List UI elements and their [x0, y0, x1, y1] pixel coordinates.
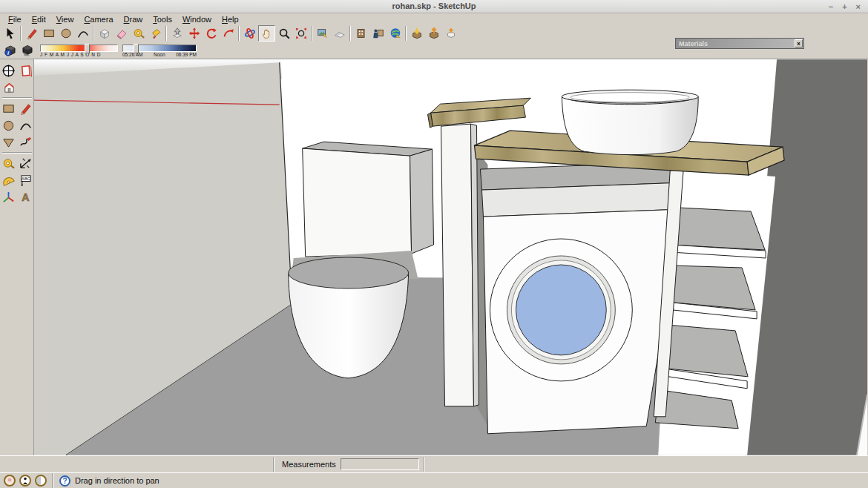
rail-button-arc[interactable] [18, 117, 33, 133]
rectangle-icon [42, 27, 56, 40]
time-slider-thumb[interactable] [134, 44, 139, 53]
zoom-tool-button[interactable] [275, 25, 292, 42]
model-viewport[interactable] [34, 59, 867, 455]
rotate-tool-button[interactable] [203, 25, 220, 42]
get-current-view-button[interactable] [314, 25, 331, 42]
toilet-tank-box[interactable] [303, 142, 434, 257]
left-tool-rail: ABC A [0, 59, 34, 455]
google-earth-button[interactable] [387, 25, 404, 42]
pencil-icon [19, 102, 33, 116]
share-component-button[interactable] [442, 25, 459, 42]
rotate-icon [205, 27, 218, 40]
measurebar-separator [273, 457, 274, 472]
shadow-settings-icon: i [3, 43, 18, 58]
menu-window[interactable]: Window [177, 15, 217, 24]
rail-button-dimension[interactable] [18, 155, 33, 171]
menu-bar: File Edit View Camera Draw Tools Window … [0, 13, 868, 24]
materials-panel-title: Materials [676, 40, 795, 47]
materials-close-button[interactable]: x [795, 39, 803, 47]
partition-column[interactable] [441, 124, 479, 406]
offset-tool-button[interactable] [220, 25, 237, 42]
month-slider-thumb[interactable] [85, 44, 90, 53]
pan-hand-icon [260, 27, 274, 40]
menu-help[interactable]: Help [217, 15, 244, 24]
share-models-button[interactable] [425, 25, 442, 42]
measurebar-separator [424, 457, 425, 472]
arc-tool-button[interactable] [74, 25, 91, 42]
zoom-extents-button[interactable] [292, 25, 309, 42]
menu-draw[interactable]: Draw [119, 15, 148, 24]
rail-separator [2, 152, 32, 154]
circle-tool-button[interactable] [57, 25, 74, 42]
pan-tool-button[interactable] [258, 25, 275, 42]
push-pull-icon [171, 27, 184, 40]
circle-icon [59, 27, 73, 40]
credit-status-icon[interactable] [19, 475, 31, 487]
geo-pin-icon [5, 476, 14, 485]
measurements-input[interactable] [341, 458, 419, 470]
menu-file[interactable]: File [3, 15, 27, 24]
rail-button-tape-measure[interactable] [1, 155, 16, 171]
building-icon [355, 27, 368, 40]
person-icon [21, 476, 30, 485]
toolbar-separator [93, 26, 94, 41]
orbit-icon [243, 27, 257, 40]
rail-button-freehand[interactable] [18, 134, 33, 151]
make-component-button[interactable] [96, 25, 113, 42]
rail-button-plane-view[interactable] [18, 62, 33, 79]
freehand-icon [19, 136, 33, 150]
model-status-icon[interactable] [35, 475, 47, 487]
orbit-tool-button[interactable] [241, 25, 258, 42]
month-slider-track[interactable] [40, 44, 118, 52]
move-tool-button[interactable] [185, 25, 203, 42]
rail-button-protractor[interactable] [1, 172, 16, 188]
photo-textures-button[interactable] [352, 25, 369, 42]
rail-button-axes[interactable] [1, 189, 16, 205]
push-pull-tool-button[interactable] [168, 25, 185, 42]
tape-measure-icon [1, 156, 16, 171]
rail-button-rectangle[interactable] [1, 100, 16, 116]
rail-button-compass[interactable] [1, 62, 16, 79]
shadow-toggle-button[interactable] [19, 42, 36, 59]
title-bar[interactable]: rohan.skp - SketchUp − + × [0, 0, 868, 13]
menu-view[interactable]: View [51, 15, 79, 24]
tape-measure-tool-button[interactable] [130, 25, 147, 42]
geolocation-status-icon[interactable] [4, 475, 16, 487]
menu-edit[interactable]: Edit [27, 15, 51, 24]
measurements-label: Measurements [282, 460, 336, 469]
rail-button-3d-text[interactable]: A [18, 189, 33, 205]
select-tool-button[interactable] [1, 25, 19, 42]
rail-button-text[interactable]: ABC [18, 172, 33, 188]
maximize-button[interactable]: + [842, 1, 846, 13]
menu-camera[interactable]: Camera [79, 15, 118, 24]
component-cube-icon [98, 27, 111, 40]
arc-icon [76, 27, 90, 40]
help-icon[interactable]: ? [59, 475, 70, 487]
menu-tools[interactable]: Tools [148, 15, 177, 24]
toolbar-separator [405, 26, 407, 41]
rail-button-polygon[interactable] [1, 134, 16, 151]
line-tool-button[interactable] [23, 25, 40, 42]
paint-bucket-tool-button[interactable] [147, 25, 164, 42]
rectangle-tool-button[interactable] [40, 25, 57, 42]
shadow-month-slider[interactable]: J F M A M J J A S O N D [40, 44, 118, 57]
get-models-button[interactable] [408, 25, 425, 42]
toggle-terrain-button[interactable] [331, 25, 348, 42]
rail-button-house-view[interactable] [1, 79, 17, 96]
pencil-icon [25, 27, 39, 40]
red-plane-icon [19, 64, 33, 78]
eraser-tool-button[interactable] [113, 25, 130, 42]
rail-button-circle[interactable] [1, 117, 16, 133]
vessel-sink[interactable] [562, 90, 698, 154]
add-new-building-button[interactable] [369, 25, 387, 42]
close-button[interactable]: × [856, 1, 861, 13]
text-abc-icon: ABC [19, 174, 33, 188]
model-canvas[interactable] [34, 59, 867, 455]
shadow-time-slider[interactable]: 05:26 AM Noon 06:39 PM [122, 44, 197, 57]
materials-panel[interactable]: Materials x [675, 38, 804, 49]
measurements-bar: Measurements [0, 455, 868, 472]
shadow-settings-button[interactable]: i [1, 42, 19, 59]
minimize-button[interactable]: − [829, 1, 833, 13]
rail-button-line[interactable] [18, 100, 33, 116]
washer-door[interactable] [490, 239, 632, 381]
